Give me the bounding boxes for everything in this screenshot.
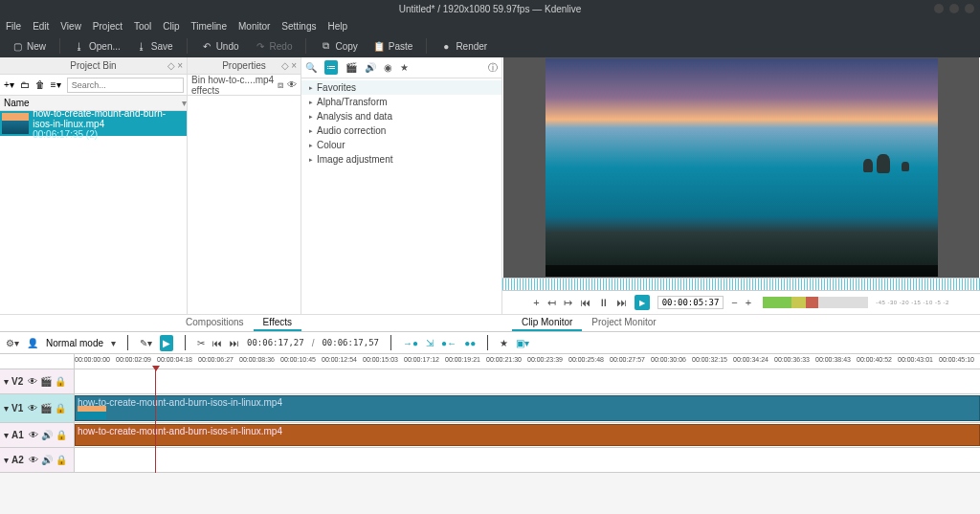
menu-edit[interactable]: Edit	[33, 21, 49, 32]
audio-icon[interactable]: 🔊	[41, 430, 53, 440]
playhead[interactable]	[155, 369, 156, 473]
video-icon[interactable]: 🎬	[40, 376, 52, 387]
preview-icon[interactable]: ▣▾	[516, 338, 529, 348]
paste-button[interactable]: 📋Paste	[368, 38, 419, 54]
tab-clip-monitor[interactable]: Clip Monitor	[512, 315, 582, 331]
tab-effects[interactable]: Effects	[254, 315, 301, 331]
tab-compositions[interactable]: Compositions	[176, 315, 254, 331]
titlebar: Untitled* / 1920x1080 59.97fps — Kdenliv…	[0, 0, 980, 17]
visible-icon[interactable]: 👁	[287, 79, 297, 91]
forward-icon[interactable]: ⏭	[616, 297, 627, 308]
split-icon[interactable]: ⧈	[278, 79, 283, 91]
minus-icon[interactable]: −	[731, 297, 737, 308]
extract-icon[interactable]: ●←	[441, 338, 457, 348]
menu-help[interactable]: Help	[328, 21, 348, 32]
compositing-icon[interactable]: ✎▾	[140, 338, 152, 348]
video-effects-icon[interactable]: 🎬	[345, 62, 357, 73]
menu-monitor[interactable]: Monitor	[238, 21, 270, 32]
undo-button[interactable]: ↶Undo	[195, 38, 245, 54]
audio-effects-icon[interactable]: 🔊	[365, 62, 376, 73]
lock-icon[interactable]: 🔒	[55, 403, 66, 413]
bin-search-input[interactable]	[67, 78, 184, 93]
collapse-icon[interactable]: ▾	[4, 455, 9, 465]
effect-category[interactable]: Analysis and data	[301, 109, 501, 123]
video-preview[interactable]	[546, 58, 938, 277]
add-marker-icon[interactable]: +	[533, 297, 539, 308]
lock-icon[interactable]: 🔒	[56, 455, 67, 465]
collapse-icon[interactable]: ▾	[4, 376, 9, 387]
close-panel-icon[interactable]: ×	[177, 60, 183, 71]
redo-button[interactable]: ↷Redo	[249, 38, 299, 54]
effect-category[interactable]: Image adjustment	[301, 152, 501, 167]
monitor-ruler[interactable]	[502, 278, 980, 291]
lock-icon[interactable]: 🔒	[55, 376, 66, 387]
list-icon[interactable]: ≡▾	[51, 79, 61, 90]
add-clip-icon[interactable]: +▾	[4, 79, 14, 90]
tree-view-icon[interactable]: ≔	[324, 60, 338, 75]
audio-icon[interactable]: 🔊	[41, 455, 53, 465]
folder-icon[interactable]: 🗀	[20, 79, 30, 90]
info-icon[interactable]: ⓘ	[488, 61, 498, 75]
save-button[interactable]: ⭳Save	[130, 38, 179, 54]
minimize-icon[interactable]	[934, 4, 944, 13]
copy-button[interactable]: ⧉Copy	[314, 38, 363, 54]
menu-tool[interactable]: Tool	[134, 21, 151, 32]
video-icon[interactable]: 🎬	[40, 403, 52, 413]
undock-icon[interactable]: ◇	[281, 60, 289, 71]
skip-back-icon[interactable]: ⏮	[212, 338, 222, 348]
collapse-icon[interactable]: ▾	[4, 430, 9, 440]
close-icon[interactable]	[965, 4, 974, 13]
edit-mode-select[interactable]: Normal mode	[46, 338, 103, 348]
effect-category[interactable]: Audio correction	[301, 123, 501, 138]
effect-category[interactable]: Colour	[301, 138, 501, 152]
track-icon[interactable]: 👤	[27, 338, 38, 348]
delete-icon[interactable]: 🗑	[35, 79, 45, 90]
mute-icon[interactable]: 👁	[28, 403, 37, 413]
timecode[interactable]: 00:00:05:37	[657, 296, 724, 309]
overwrite-icon[interactable]: ⇲	[426, 338, 434, 348]
mute-icon[interactable]: 👁	[28, 376, 37, 387]
menu-settings[interactable]: Settings	[281, 21, 316, 32]
favorites-icon[interactable]: ★	[400, 62, 409, 73]
favorite-icon[interactable]: ★	[500, 338, 508, 348]
lift-icon[interactable]: ●●	[464, 338, 476, 348]
timeline-audio-clip[interactable]: how-to-create-mount-and-burn-isos-in-lin…	[75, 424, 980, 446]
custom-icon[interactable]: ◉	[384, 62, 392, 73]
effect-category[interactable]: Alpha/Transform	[301, 95, 501, 109]
skip-fwd-icon[interactable]: ⏭	[230, 338, 239, 348]
rewind-icon[interactable]: ⏮	[580, 297, 590, 308]
cursor-tool[interactable]: ▶	[160, 335, 173, 351]
effect-category[interactable]: Favorites	[301, 80, 501, 95]
render-button[interactable]: ●Render	[434, 38, 493, 54]
close-panel-icon[interactable]: ×	[291, 60, 297, 71]
pause-icon[interactable]: ⏸	[598, 297, 609, 308]
new-button[interactable]: ▢New	[6, 38, 52, 54]
menu-project[interactable]: Project	[93, 21, 122, 32]
bin-clip-item[interactable]: how-to-create-mount-and-burn-isos-in-lin…	[0, 111, 187, 136]
chevron-down-icon[interactable]: ▾	[111, 338, 116, 348]
search-icon[interactable]: 🔍	[305, 62, 317, 73]
timeline-video-clip[interactable]: how-to-create-mount-and-burn-isos-in-lin…	[75, 395, 980, 421]
undock-icon[interactable]: ◇	[167, 60, 175, 71]
lock-icon[interactable]: 🔒	[56, 430, 67, 440]
play-button[interactable]: ▶	[635, 295, 650, 310]
menu-clip[interactable]: Clip	[163, 21, 179, 32]
menu-view[interactable]: View	[60, 21, 81, 32]
insert-icon[interactable]: →●	[403, 338, 418, 348]
menu-file[interactable]: File	[6, 21, 21, 32]
maximize-icon[interactable]	[949, 4, 959, 13]
zone-end-icon[interactable]: ↦	[564, 297, 572, 309]
column-name[interactable]: Name	[4, 98, 30, 108]
track-v2: ▾V2👁🎬🔒	[0, 369, 980, 394]
zone-start-icon[interactable]: ↤	[547, 297, 556, 309]
mute-icon[interactable]: 👁	[29, 430, 38, 440]
open-button[interactable]: ⭳Open...	[68, 38, 126, 54]
settings-icon[interactable]: ⚙▾	[6, 338, 19, 348]
cut-icon[interactable]: ✂	[197, 338, 205, 348]
mute-icon[interactable]: 👁	[29, 455, 38, 465]
collapse-icon[interactable]: ▾	[4, 403, 9, 413]
plus-icon[interactable]: +	[746, 297, 751, 308]
timeline-ruler[interactable]: 00:00:00:0000:00:02:0900:00:04:1800:00:0…	[0, 354, 980, 369]
menu-timeline[interactable]: Timeline	[191, 21, 227, 32]
tab-project-monitor[interactable]: Project Monitor	[582, 315, 665, 331]
